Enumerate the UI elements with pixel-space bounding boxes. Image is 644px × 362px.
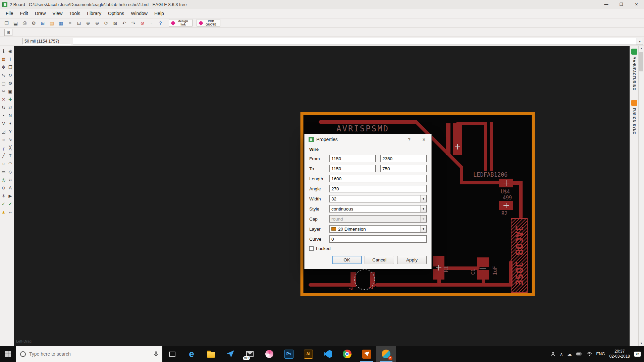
taskbar-search[interactable]: [16, 346, 162, 362]
save-icon[interactable]: ⬓: [11, 19, 20, 27]
cam-icon[interactable]: ⚙: [30, 19, 38, 27]
tool-info[interactable]: ℹ: [0, 47, 7, 55]
titlebar[interactable]: 2 Board - C:\Users\Jacob Jose\Documents\…: [0, 0, 644, 9]
microphone-icon[interactable]: [154, 351, 158, 357]
print-icon[interactable]: ⎙: [20, 19, 29, 27]
tool-errors[interactable]: ▲: [0, 208, 7, 216]
help-icon[interactable]: ?: [156, 19, 165, 27]
open-icon[interactable]: ❐: [2, 19, 11, 27]
menu-draw[interactable]: Draw: [32, 9, 49, 18]
tool-split[interactable]: Y: [7, 128, 14, 135]
tool-cut[interactable]: ✂: [0, 87, 7, 95]
zoom-out-icon[interactable]: ⊖: [93, 19, 101, 27]
chrome-button[interactable]: [337, 346, 357, 362]
tool-mirror[interactable]: ⇋: [0, 71, 7, 79]
tool-ratsnest[interactable]: ✳: [0, 192, 7, 199]
tool-smash[interactable]: ✶: [7, 120, 14, 127]
tool-route[interactable]: ┌: [0, 144, 7, 151]
illustrator-button[interactable]: Ai: [299, 346, 318, 362]
tab-manufacturing[interactable]: MANUFACTURING: [631, 49, 637, 90]
tool-add[interactable]: ✚: [7, 96, 14, 103]
layer-dropdown-arrow[interactable]: ▼: [420, 226, 426, 232]
zoom-select-icon[interactable]: ⊠: [111, 19, 119, 27]
tool-rect[interactable]: ▭: [0, 168, 7, 175]
menu-library[interactable]: Library: [84, 9, 105, 18]
tool-optimize[interactable]: ≈: [0, 136, 7, 143]
keyboard-language[interactable]: ENG: [596, 352, 605, 356]
tool-erc[interactable]: ✓: [0, 200, 7, 207]
tool-text[interactable]: T: [7, 152, 14, 159]
tool-move[interactable]: ✥: [0, 63, 7, 71]
tool-circle[interactable]: ○: [0, 160, 7, 167]
eagle-taskbar-button[interactable]: [357, 346, 376, 362]
tool-rotate[interactable]: ↻: [7, 71, 14, 79]
tray-clock[interactable]: 20:37 02-03-2018: [609, 349, 630, 359]
menu-window[interactable]: Window: [127, 9, 151, 18]
tool-ripup[interactable]: ╳: [7, 144, 14, 151]
sheet-icon[interactable]: ▤: [48, 19, 56, 27]
to-x-field[interactable]: [329, 165, 376, 172]
scroll-up-arrow[interactable]: ▲: [639, 47, 644, 50]
menu-edit[interactable]: Edit: [17, 9, 32, 18]
tool-name[interactable]: N: [7, 112, 14, 119]
tool-attribute[interactable]: A: [7, 184, 14, 191]
tab-fusion-sync[interactable]: FUSION SYNC: [631, 100, 637, 134]
locked-checkbox[interactable]: [309, 246, 314, 251]
mail-button[interactable]: 99+: [240, 346, 260, 362]
tool-dimension[interactable]: ↔: [7, 208, 14, 216]
search-input[interactable]: [29, 351, 150, 357]
style-combo[interactable]: continuous ▼: [329, 205, 427, 213]
style-dropdown-arrow[interactable]: ▼: [420, 205, 426, 212]
minimize-button[interactable]: —: [599, 0, 614, 9]
tool-miter[interactable]: ◿: [0, 128, 7, 135]
people-icon[interactable]: [550, 352, 555, 357]
command-input[interactable]: [73, 38, 637, 45]
hidden-icons-chevron[interactable]: ∧: [560, 352, 563, 357]
edge-button[interactable]: e: [182, 346, 201, 362]
wifi-icon[interactable]: [587, 352, 592, 356]
grid-button[interactable]: ⊞: [4, 29, 12, 36]
apply-button[interactable]: Apply: [397, 256, 427, 264]
width-combo[interactable]: 32 ▼: [329, 195, 427, 202]
tool-lock[interactable]: ▪: [0, 112, 7, 119]
tool-drc[interactable]: ✔: [7, 200, 14, 207]
layer-combo[interactable]: 20 Dimension ▼: [329, 225, 427, 233]
messaging-app-button[interactable]: [221, 346, 240, 362]
to-y-field[interactable]: [380, 165, 427, 172]
length-field[interactable]: [329, 175, 427, 182]
tool-meander[interactable]: ∿: [7, 136, 14, 143]
dialog-titlebar[interactable]: Properties ? ✕: [305, 134, 431, 145]
tool-delete[interactable]: ✕: [0, 96, 7, 103]
table-icon[interactable]: ▦: [57, 19, 65, 27]
ok-button[interactable]: OK: [332, 256, 362, 264]
tool-copy[interactable]: ❐: [7, 63, 14, 71]
onedrive-cloud-icon[interactable]: ☁: [568, 352, 572, 357]
tool-auto[interactable]: ▶: [7, 192, 14, 199]
run-icon[interactable]: ◦: [147, 19, 156, 27]
tool-signal[interactable]: ≋: [7, 176, 14, 183]
pcb-quote-button[interactable]: PCB QUOTE: [197, 19, 220, 27]
zoom-redraw-icon[interactable]: ⟳: [102, 19, 110, 27]
redo-icon[interactable]: ↷: [129, 19, 138, 27]
menu-file[interactable]: File: [2, 9, 17, 18]
menu-options[interactable]: Options: [105, 9, 127, 18]
tool-change[interactable]: ⚙: [7, 79, 14, 87]
tool-show[interactable]: ◉: [7, 47, 14, 55]
zoom-in-icon[interactable]: ⊕: [84, 19, 92, 27]
tool-display[interactable]: ▦: [0, 55, 7, 63]
command-history-arrow[interactable]: ▾: [637, 38, 643, 45]
fusion-taskbar-button[interactable]: 2: [376, 346, 396, 362]
tool-paste[interactable]: ▣: [7, 87, 14, 95]
from-y-field[interactable]: [380, 155, 427, 162]
file-explorer-button[interactable]: [201, 346, 221, 362]
stop-icon[interactable]: ⊘: [138, 19, 147, 27]
menu-tools[interactable]: Tools: [66, 9, 84, 18]
photoshop-button[interactable]: Ps: [279, 346, 299, 362]
vscode-button[interactable]: [318, 346, 337, 362]
tool-pinswap[interactable]: ⇆: [0, 104, 7, 111]
width-dropdown-arrow[interactable]: ▼: [420, 195, 426, 202]
menu-view[interactable]: View: [49, 9, 66, 18]
tool-value[interactable]: V: [0, 120, 7, 127]
tool-replace[interactable]: ⇄: [7, 104, 14, 111]
close-button[interactable]: ✕: [629, 0, 644, 9]
